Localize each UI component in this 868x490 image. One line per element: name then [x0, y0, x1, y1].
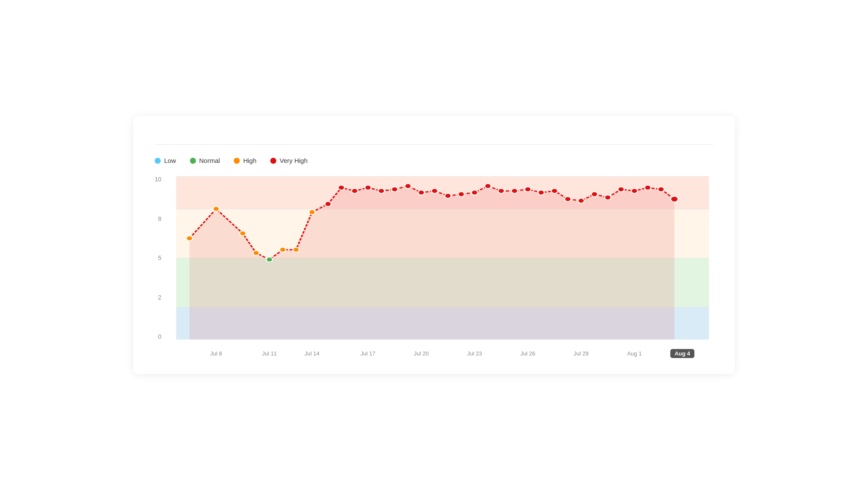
- legend-item-very-high: Very High: [270, 157, 308, 164]
- data-point: [538, 190, 544, 195]
- data-point: [213, 206, 220, 211]
- data-point: [293, 247, 300, 252]
- header-right: [705, 133, 713, 134]
- data-point: [431, 189, 438, 193]
- data-point: [266, 257, 273, 262]
- data-point: [253, 251, 260, 255]
- data-point: [309, 210, 315, 214]
- data-point: [511, 189, 518, 193]
- legend-dot: [234, 158, 240, 164]
- data-point: [365, 185, 371, 190]
- data-point: [578, 198, 584, 203]
- y-label: 8: [158, 216, 162, 222]
- legend-item-low: Low: [155, 157, 176, 164]
- data-point: [591, 192, 598, 196]
- chart-card: Low Normal High Very High 108520: [133, 116, 735, 374]
- data-point: [645, 185, 651, 190]
- x-label: Jul 17: [361, 350, 376, 357]
- x-axis: Jul 8Jul 11Jul 14Jul 17Jul 20Jul 23Jul 2…: [176, 340, 709, 357]
- data-point: [485, 184, 491, 188]
- y-axis: 108520: [155, 176, 166, 340]
- chart-area: 108520 Jul 8Jul 11Jul 14Jul 17Jul 20Jul …: [176, 176, 709, 357]
- data-point: [186, 236, 193, 241]
- data-point: [498, 189, 504, 193]
- chart-container: 108520 Jul 8Jul 11Jul 14Jul 17Jul 20Jul …: [155, 176, 713, 357]
- data-point: [325, 202, 331, 206]
- data-point: [471, 190, 478, 195]
- data-point: [551, 189, 558, 193]
- data-point: [240, 231, 246, 236]
- legend-item-normal: Normal: [190, 157, 220, 164]
- data-point: [658, 187, 664, 192]
- legend: Low Normal High Very High: [155, 157, 713, 164]
- data-point: [618, 187, 624, 192]
- legend-dot: [155, 158, 161, 164]
- legend-dot: [190, 158, 196, 164]
- chart-svg: [176, 176, 709, 340]
- data-point: [418, 190, 425, 195]
- data-point: [405, 184, 411, 188]
- chart-inner: [176, 176, 709, 340]
- y-label: 0: [158, 334, 162, 340]
- data-point: [378, 189, 385, 193]
- chart-area-fill: [189, 186, 674, 340]
- x-label: Jul 8: [210, 350, 222, 357]
- x-label: Aug 4: [670, 350, 694, 357]
- data-point: [565, 197, 571, 202]
- x-label: Jul 29: [574, 350, 589, 357]
- x-label: Jul 26: [520, 350, 535, 357]
- data-point: [351, 189, 358, 193]
- legend-label: Normal: [199, 157, 220, 164]
- data-point: [445, 193, 451, 198]
- header: [155, 133, 713, 136]
- data-point: [605, 195, 611, 200]
- x-label: Jul 23: [467, 350, 482, 357]
- x-label: Jul 11: [262, 350, 277, 357]
- x-label-highlight: Aug 4: [670, 349, 694, 358]
- y-label: 5: [158, 255, 162, 261]
- data-point: [391, 187, 398, 192]
- legend-dot: [270, 158, 276, 164]
- data-point: [458, 192, 465, 196]
- data-point: [338, 185, 345, 190]
- header-divider: [155, 144, 713, 145]
- x-label: Jul 14: [305, 350, 320, 357]
- data-point: [671, 196, 678, 202]
- y-label: 2: [158, 294, 162, 300]
- legend-label: Very High: [280, 157, 308, 164]
- legend-label: Low: [164, 157, 176, 164]
- legend-label: High: [243, 157, 257, 164]
- y-label: 10: [155, 176, 162, 182]
- x-label: Jul 20: [414, 350, 429, 357]
- x-label: Aug 1: [627, 350, 642, 357]
- legend-item-high: High: [234, 157, 257, 164]
- data-point: [525, 187, 531, 192]
- data-point: [631, 189, 638, 193]
- data-point: [280, 247, 286, 252]
